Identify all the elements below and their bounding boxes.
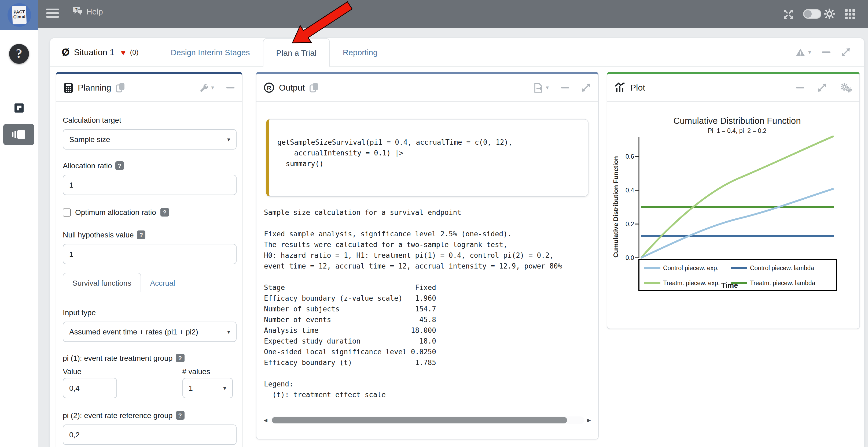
- chevron-down-icon: ▾: [808, 49, 811, 56]
- app-root: PACT Cloud ? Help: [0, 0, 868, 447]
- plot-panel: Plot Cumulative Distribution Function Pi…: [607, 72, 860, 329]
- heart-icon[interactable]: ♥: [121, 48, 126, 57]
- y-axis-label: Cumulative Distribution Function: [612, 156, 619, 258]
- chart-subtitle: Pi_1 = 0.4, pi_2 = 0.2: [708, 127, 767, 134]
- pi1-count-select[interactable]: 1▾: [182, 378, 232, 398]
- chevron-down-icon: ▾: [223, 384, 226, 391]
- chevron-down-icon: ▾: [211, 84, 214, 91]
- input-type-select[interactable]: Assumed event time + rates (pi1 + pi2)▾: [63, 321, 237, 342]
- collapse-icon[interactable]: [561, 87, 569, 89]
- help-button[interactable]: ? Help: [73, 7, 103, 16]
- expand-icon[interactable]: [582, 83, 591, 92]
- output-summary-text: Sample size calculation for a survival e…: [264, 207, 562, 400]
- input-type-label: Input type: [63, 308, 236, 317]
- sidebar-item-active[interactable]: [3, 124, 34, 145]
- situation-title[interactable]: Ø Situation 1 ♥ (0): [62, 38, 138, 66]
- theme-toggle[interactable]: [803, 9, 821, 19]
- pi1-value-label: Value: [63, 367, 182, 376]
- export-dropdown[interactable]: ▾: [534, 83, 549, 93]
- favorites-count: (0): [130, 48, 139, 56]
- copy-icon[interactable]: [116, 82, 125, 93]
- expand-icon[interactable]: [817, 83, 827, 92]
- legend-label-treatment-exp: Treatm. piecew. exp.: [663, 279, 720, 286]
- minimize-icon[interactable]: [822, 51, 831, 53]
- fullscreen-arrows-icon[interactable]: [783, 9, 794, 19]
- light-mode-sun-icon[interactable]: [824, 8, 835, 20]
- x-axis-label: Time: [721, 281, 738, 289]
- series-treatment-exp-curve: [641, 136, 834, 258]
- logo-circle-icon: PACT Cloud: [7, 3, 31, 27]
- chart-title: Cumulative Distribution Function: [673, 116, 801, 126]
- series-control-exp-curve: [641, 188, 834, 258]
- chevron-down-icon: ▾: [227, 136, 230, 143]
- tab-design-interim-stages[interactable]: Design Interim Stages: [158, 38, 262, 66]
- calculator-icon: [64, 82, 73, 93]
- subtab-survival-functions[interactable]: Survival functions: [63, 273, 141, 293]
- chevron-down-icon: ▾: [546, 84, 549, 91]
- scroll-right-icon[interactable]: ▶: [586, 417, 592, 423]
- rpact-cloud-logo[interactable]: PACT Cloud: [0, 0, 38, 30]
- help-chat-icon: ?: [73, 7, 83, 16]
- calculation-target-label: Calculation target: [63, 116, 236, 124]
- subtab-accrual[interactable]: Accrual: [141, 273, 184, 293]
- planning-panel: Planning ▾ Calculation target Sample siz…: [56, 72, 243, 447]
- collapse-icon[interactable]: [226, 87, 235, 89]
- y-tick-0.0: 0.0: [625, 254, 634, 261]
- pi2-label: pi (2): event rate reference group?: [63, 411, 236, 420]
- help-badge-icon[interactable]: ?: [115, 161, 124, 170]
- r-logo-icon: R: [264, 82, 274, 93]
- chevron-down-icon: ▾: [227, 328, 230, 335]
- tab-plan-a-trial[interactable]: Plan a Trial: [263, 38, 330, 67]
- null-hypothesis-input[interactable]: [63, 244, 237, 264]
- app-grid-icon[interactable]: [845, 9, 855, 19]
- null-hypothesis-label: Null hypothesis value?: [63, 231, 236, 239]
- planning-title: Planning: [78, 83, 111, 93]
- planning-subtabs: Survival functions Accrual: [63, 273, 236, 293]
- pi2-value-input[interactable]: [63, 424, 237, 445]
- scroll-left-icon[interactable]: ◀: [263, 417, 268, 423]
- optimum-allocation-label: Optimum allocation ratio: [75, 208, 156, 216]
- plot-settings-gears-icon[interactable]: [840, 82, 852, 93]
- situation-card-header: Ø Situation 1 ♥ (0) Design Interim Stage…: [50, 38, 864, 67]
- optimum-allocation-checkbox[interactable]: [63, 208, 71, 216]
- pi1-value-input[interactable]: [63, 378, 117, 398]
- question-mark-icon[interactable]: ?: [9, 44, 29, 64]
- r-code-block[interactable]: getSampleSizeSurvival(pi1 = 0.4, accrual…: [266, 119, 589, 197]
- left-sidebar: ?: [0, 28, 38, 447]
- pi1-label: pi (1): event rate treatment group?: [63, 354, 236, 362]
- export-icon: [534, 83, 543, 93]
- help-badge-icon[interactable]: ?: [137, 231, 146, 239]
- help-badge-icon[interactable]: ?: [176, 354, 184, 362]
- menu-hamburger-icon[interactable]: [46, 8, 59, 19]
- allocation-ratio-input[interactable]: [63, 175, 237, 195]
- y-tick-0.6: 0.6: [625, 153, 634, 160]
- scrollbar-thumb[interactable]: [272, 417, 567, 423]
- output-title: Output: [279, 83, 305, 93]
- plot-title: Plot: [630, 83, 645, 93]
- situation-label: Situation 1: [74, 47, 115, 57]
- legend-label-treatment-lambda: Treatm. piecew. lambda: [750, 279, 815, 286]
- y-tick-0.2: 0.2: [625, 220, 634, 228]
- y-tick-0.4: 0.4: [625, 187, 634, 194]
- empty-set-icon: Ø: [62, 46, 70, 58]
- sidebar-divider: [5, 93, 33, 93]
- settings-dropdown[interactable]: ▾: [199, 83, 214, 92]
- logo-line1: PACT: [12, 9, 26, 15]
- output-panel: R Output ▾ getSampleSizeSurvival(: [256, 72, 599, 440]
- warning-triangle-icon: [796, 48, 806, 57]
- help-badge-icon[interactable]: ?: [160, 208, 169, 216]
- legend-label-control-lambda: Control piecew. lambda: [750, 265, 814, 272]
- svg-text:?: ?: [75, 7, 78, 12]
- output-horizontal-scrollbar: ◀ ▶: [263, 416, 592, 424]
- help-label: Help: [86, 7, 103, 16]
- help-badge-icon[interactable]: ?: [176, 411, 184, 420]
- expand-icon[interactable]: [841, 48, 850, 57]
- legend-label-control-exp: Control piecew. exp.: [663, 265, 719, 272]
- tab-reporting[interactable]: Reporting: [330, 38, 391, 66]
- collapse-icon[interactable]: [796, 87, 804, 89]
- warnings-dropdown[interactable]: ▾: [796, 48, 811, 57]
- copy-icon[interactable]: [310, 82, 319, 93]
- scrollbar-track[interactable]: [270, 416, 584, 424]
- calculation-target-select[interactable]: Sample size▾: [63, 129, 237, 149]
- flag-corner-icon[interactable]: [14, 103, 24, 113]
